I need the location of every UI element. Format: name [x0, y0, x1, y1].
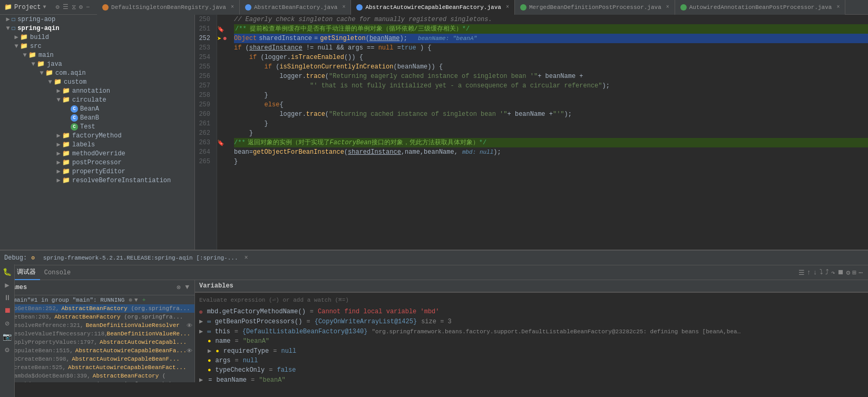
sidebar-label-java: java — [47, 61, 62, 68]
debug-icon-stepinto[interactable]: ⤵ — [818, 267, 824, 277]
sidebar-item-build[interactable]: ▶ 📁 build — [0, 33, 194, 42]
tab-close-autowired[interactable]: × — [836, 4, 840, 10]
tab-defaultsingleton[interactable]: DefaultSingletonBeanRegistry.java × — [97, 0, 240, 15]
circle-icon-requiredtype: ● — [216, 348, 219, 354]
breakpoint-252[interactable]: ● — [222, 34, 227, 43]
var-row-this[interactable]: ▶ ∞ this = {DefaultListableBeanFactory@1… — [195, 326, 868, 336]
sidebar-item-circulate[interactable]: ▼ 📁 circulate — [0, 95, 194, 104]
var-row-name[interactable]: ● name = "beanA" — [195, 336, 868, 346]
frames-dropdown-icon[interactable]: ▼ — [184, 282, 190, 293]
tab-abstractautowire[interactable]: AbstractAutowireCapableBeanFactory.java … — [351, 0, 514, 15]
bookmark-icon-263[interactable]: 🔖 — [217, 140, 225, 146]
paren-253: ( — [241, 43, 249, 53]
tab-close-debug[interactable]: × — [245, 254, 248, 262]
minus-icon[interactable]: − — [86, 4, 90, 11]
debug-icon-settings[interactable]: ⚙ — [845, 267, 852, 278]
sidebar-item-beana[interactable]: ▶ C BeanA — [0, 104, 194, 113]
sidebar-item-java[interactable]: ▼ 📁 java — [0, 59, 194, 68]
left-icon-settings[interactable]: ⚙ — [5, 345, 9, 354]
tab-close-mergedbean[interactable]: × — [666, 4, 669, 10]
filter-icon[interactable]: ⧖ — [72, 4, 76, 11]
project-title[interactable]: 📁 Project ▼ — [4, 3, 46, 11]
var-row-typecheckonly[interactable]: ● typeCheckOnly = false — [195, 365, 868, 375]
debug-icon-stepout[interactable]: ⤴ — [824, 267, 830, 277]
var-row-beanname[interactable]: ▶ = beanName = "beanA" — [195, 375, 868, 382]
sidebar-item-spring-aop[interactable]: ▶ ◻ spring-aop — [0, 15, 194, 24]
frame-item-5[interactable]: populateBean:1515, AbstractAutowireCapab… — [0, 346, 194, 355]
gutter-262 — [217, 128, 230, 138]
sidebar-item-labels[interactable]: ▶ 📁 labels — [0, 140, 194, 149]
var-row-requiredtype[interactable]: ▶ ● requiredType = null — [195, 346, 868, 356]
bookmark-icon-251[interactable]: 🔖 — [217, 26, 225, 33]
settings-icon[interactable]: ⚙ — [55, 3, 59, 11]
thread-add-icon[interactable]: + — [142, 297, 146, 303]
sidebar-item-src[interactable]: ▼ 📁 src — [0, 42, 194, 51]
debug-icon-more[interactable]: ⋯ — [857, 267, 864, 278]
left-icon-camera[interactable]: 📷 — [3, 332, 12, 341]
arrow-postprocessor: ▶ — [55, 158, 62, 166]
frame-icon-5[interactable]: 👁 — [187, 348, 192, 354]
left-icon-bug[interactable]: 🐛 — [3, 267, 12, 276]
left-icon-slash[interactable]: ⊘ — [5, 319, 9, 328]
left-icon-play[interactable]: ▶ — [5, 281, 9, 290]
frame-class-9: (org.springframework.be... — [93, 381, 187, 382]
arrow-this: ▶ — [199, 327, 203, 335]
debug-icon-list[interactable]: ☰ — [797, 267, 806, 278]
var-row-mbd-error[interactable]: ⊗ mbd.getFactoryMethodName() = Cannot fi… — [195, 307, 868, 316]
debug-icon-down[interactable]: ↓ — [812, 267, 818, 277]
sidebar-item-resolvebeforeinstantiation[interactable]: ▶ 📁 resolveBeforeInstantiation — [0, 176, 194, 185]
sidebar-item-main[interactable]: ▼ 📁 main — [0, 51, 194, 59]
frame-item-3[interactable]: resolveValueIfNecessary:118, BeanDefinit… — [0, 330, 194, 338]
var-row-args[interactable]: ● args = null — [195, 356, 868, 365]
thread-filter-icon[interactable]: ⊗ — [129, 296, 132, 303]
gear-icon[interactable]: ⚙ — [79, 3, 83, 11]
sidebar-item-beanb[interactable]: ▶ C BeanB — [0, 113, 194, 122]
debug-icon-up[interactable]: ↑ — [806, 267, 812, 277]
close-264: ); — [493, 147, 501, 157]
sidebar-item-factorymethod[interactable]: ▶ 📁 factoryMethod — [0, 131, 194, 140]
brace-258: } — [265, 91, 268, 100]
frame-item-6[interactable]: doCreateBean:598, AbstractAutowireCapabl… — [0, 355, 194, 363]
frame-num-0: doGetBean:252, — [11, 305, 59, 312]
frame-item-8[interactable]: lambda$doGetBean$0:339, AbstractBeanFact… — [0, 372, 194, 380]
var-row-getbeanpostprocessors[interactable]: ▶ ∞ getBeanPostProcessors() = {CopyOnWri… — [195, 316, 868, 326]
sidebar-item-spring-aqin[interactable]: ▼ ◻ spring-aqin — [0, 24, 194, 33]
tab-abstractbeanfactory[interactable]: AbstractBeanFactory.java × — [240, 0, 351, 15]
frame-item-1[interactable]: getBean:203, AbstractBeanFactory (org.sp… — [0, 313, 194, 321]
folder-icon-resolve: 📁 — [62, 176, 70, 184]
frame-item-4[interactable]: applyPropertyValues:1797, AbstractAutowi… — [0, 338, 194, 346]
debug-icon-run[interactable]: ↷ — [830, 267, 836, 278]
sidebar-item-postprocessor[interactable]: ▶ 📁 postProcessor — [0, 158, 194, 167]
sidebar-item-propertyeditor[interactable]: ▶ 📁 propertyEditor — [0, 167, 194, 176]
debug-tab-debugger[interactable]: 调试器 — [13, 265, 40, 280]
tab-icon-autowired — [680, 4, 687, 11]
debug-icon-stop[interactable]: ⏹ — [836, 267, 845, 277]
debug-icon-grid[interactable]: ⊞ — [851, 267, 857, 278]
comma2-264: , — [420, 147, 424, 157]
frames-filter-icon[interactable]: ⊗ — [175, 282, 182, 293]
frame-icon-2[interactable]: 👁 — [187, 322, 192, 329]
frame-item-9[interactable]: getObject:-1, 1169794610 (org.springfram… — [0, 380, 194, 382]
frame-item-2[interactable]: resolveReference:321, BeanDefinitionValu… — [0, 321, 194, 330]
code-area: 250 251 252 253 254 255 256 257 258 259 … — [195, 15, 868, 250]
left-icon-pause[interactable]: ⏸ — [4, 294, 11, 302]
dropdown-arrow[interactable]: ▼ — [43, 4, 46, 10]
frame-item-0[interactable]: doGetBean:252, AbstractBeanFactory (org.… — [0, 304, 194, 313]
eval-bar[interactable]: Evaluate expression (⏎) or add a watch (… — [195, 292, 868, 307]
sidebar-item-methodoverride[interactable]: ▶ 📁 methodOverride — [0, 149, 194, 158]
sidebar-item-custom[interactable]: ▼ 📁 custom — [0, 77, 194, 86]
arrow-java: ▼ — [30, 61, 37, 68]
left-icon-stop[interactable]: ⏹ — [4, 306, 11, 315]
debug-tab-console[interactable]: Console — [40, 265, 75, 280]
tab-autowired[interactable]: AutowiredAnnotationBeanPostProcessor.jav… — [675, 0, 846, 15]
tab-mergedbean[interactable]: MergedBeanDefinitionPostProcessor.java × — [515, 0, 675, 15]
sidebar-item-annotation[interactable]: ▶ 📁 annotation — [0, 86, 194, 95]
tab-close-abstractbeanfactory[interactable]: × — [342, 4, 345, 10]
tab-close-abstractautowire[interactable]: × — [506, 4, 509, 10]
frame-item-7[interactable]: ■ createBean:525, AbstractAutowireCapabl… — [0, 363, 194, 372]
sidebar-item-comaqin[interactable]: ▼ 📁 com.aqin — [0, 68, 194, 77]
list-icon[interactable]: ☰ — [63, 3, 69, 11]
tab-close-defaultsingleton[interactable]: × — [231, 4, 234, 10]
thread-dropdown[interactable]: ▼ — [134, 297, 138, 303]
sidebar-item-test[interactable]: ▶ C Test — [0, 122, 194, 131]
